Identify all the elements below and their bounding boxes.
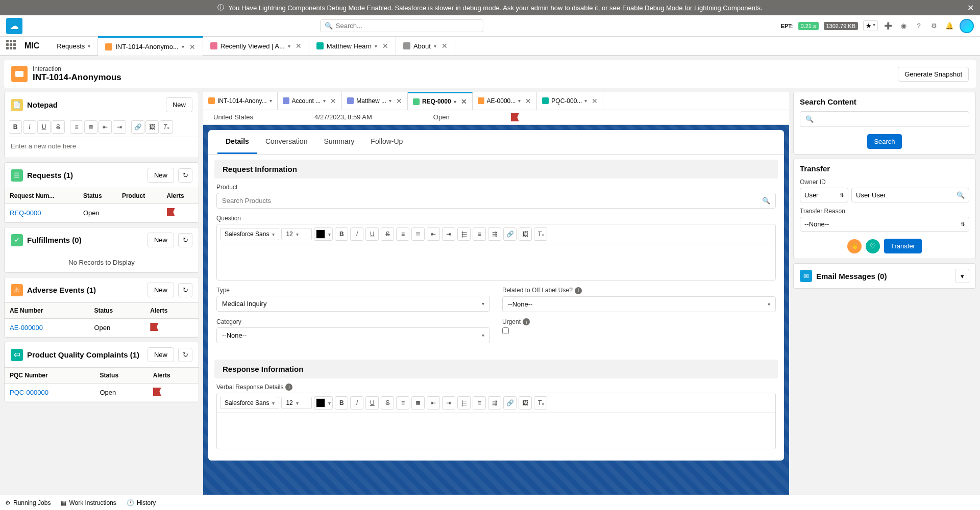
bullet-list-button[interactable]: ≡ — [396, 227, 409, 241]
subtab-account[interactable]: Account ...▾✕ — [278, 92, 342, 110]
subtab-ae[interactable]: AE-0000...▾✕ — [473, 92, 537, 110]
close-icon[interactable]: ✕ — [442, 42, 448, 50]
bold-button[interactable]: B — [335, 227, 348, 241]
salesforce-logo[interactable]: ☁ — [6, 18, 22, 34]
refresh-button[interactable]: ↻ — [178, 233, 192, 247]
verbal-response-textarea[interactable] — [217, 413, 775, 449]
underline-button[interactable]: U — [365, 396, 379, 410]
pqc-link[interactable]: PQC-000000 — [10, 389, 48, 396]
close-icon[interactable]: ✕ — [967, 3, 974, 13]
clear-format-button[interactable]: Tₓ — [534, 227, 547, 241]
outdent-button[interactable]: ⇤ — [427, 227, 440, 241]
underline-button[interactable]: U — [37, 120, 51, 134]
search-button[interactable]: Search — [867, 134, 901, 149]
email-menu-button[interactable]: ▾ — [955, 269, 969, 283]
chevron-down-icon[interactable]: ▾ — [434, 43, 436, 49]
close-icon[interactable]: ✕ — [296, 42, 302, 50]
new-pqc-button[interactable]: New — [148, 347, 174, 362]
align-center-button[interactable]: ≡ — [473, 227, 486, 241]
new-note-button[interactable]: New — [166, 97, 192, 112]
app-launcher-icon[interactable] — [6, 40, 18, 52]
bold-button[interactable]: B — [335, 396, 348, 410]
font-size-select[interactable]: 12▾ — [281, 228, 312, 240]
link-button[interactable]: 🔗 — [131, 120, 144, 134]
strike-button[interactable]: S — [381, 227, 394, 241]
favorites-button[interactable]: ★▾ — [863, 20, 878, 31]
link-button[interactable]: 🔗 — [503, 396, 517, 410]
chevron-down-icon[interactable]: ▾ — [389, 98, 391, 104]
font-family-select[interactable]: Salesforce Sans▾ — [220, 397, 279, 409]
banner-link[interactable]: Enable Debug Mode for Lightning Componen… — [622, 4, 763, 12]
nav-tab-about[interactable]: About ▾ ✕ — [396, 36, 455, 56]
clear-format-button[interactable]: Tₓ — [160, 120, 173, 134]
help-icon[interactable]: i — [523, 318, 530, 325]
new-fulfillment-button[interactable]: New — [148, 233, 174, 247]
col-alerts[interactable]: Alerts — [145, 303, 199, 319]
subtab-pqc[interactable]: PQC-000...▾✕ — [537, 92, 603, 110]
chevron-down-icon[interactable]: ▾ — [375, 43, 377, 49]
product-lookup[interactable]: 🔍 — [216, 193, 776, 209]
owner-type-select[interactable]: User⇅ — [800, 188, 848, 202]
transfer-action-icon-1[interactable]: 👋 — [847, 239, 862, 253]
underline-button[interactable]: U — [365, 227, 379, 241]
col-alerts[interactable]: Alerts — [148, 368, 199, 384]
align-center-button[interactable]: ≡ — [473, 396, 486, 410]
number-list-button[interactable]: ≣ — [411, 396, 425, 410]
owner-lookup[interactable]: User User🔍 — [851, 188, 969, 202]
notifications-button[interactable]: 🔔 — [944, 21, 954, 31]
close-icon[interactable]: ✕ — [382, 42, 388, 50]
italic-button[interactable]: I — [350, 396, 363, 410]
col-product[interactable]: Product — [117, 188, 162, 204]
col-status[interactable]: Status — [78, 188, 117, 204]
close-icon[interactable]: ✕ — [525, 97, 531, 105]
running-jobs-button[interactable]: ⚙Running Jobs — [5, 499, 51, 506]
help-button[interactable]: ? — [914, 21, 924, 31]
search-content-input-wrapper[interactable]: 🔍 — [800, 111, 969, 127]
subtab-request[interactable]: REQ-0000▾✕ — [408, 92, 473, 110]
col-status[interactable]: Status — [89, 303, 145, 319]
tab-followup[interactable]: Follow-Up — [362, 130, 411, 154]
new-request-button[interactable]: New — [148, 168, 174, 183]
col-alerts[interactable]: Alerts — [162, 188, 199, 204]
outdent-button[interactable]: ⇤ — [99, 120, 112, 134]
font-family-select[interactable]: Salesforce Sans▾ — [220, 228, 279, 240]
notepad-editor[interactable]: Enter a new note here — [5, 137, 199, 158]
col-ae-number[interactable]: AE Number — [5, 303, 89, 319]
new-ae-button[interactable]: New — [148, 283, 174, 297]
search-content-input[interactable] — [817, 115, 964, 123]
user-avatar[interactable] — [960, 19, 974, 33]
strike-button[interactable]: S — [381, 396, 394, 410]
number-list-button[interactable]: ≣ — [411, 227, 425, 241]
search-icon[interactable]: 🔍 — [762, 197, 770, 205]
outdent-button[interactable]: ⇤ — [427, 396, 440, 410]
align-right-button[interactable]: ⇶ — [488, 396, 501, 410]
generate-snapshot-button[interactable]: Generate Snapshot — [898, 67, 969, 82]
bullet-list-button[interactable]: ≡ — [70, 120, 83, 134]
chevron-down-icon[interactable]: ▾ — [88, 43, 90, 49]
chevron-down-icon[interactable]: ▾ — [454, 99, 456, 105]
offlabel-select[interactable]: --None--▾ — [502, 296, 776, 312]
urgent-checkbox[interactable] — [502, 327, 509, 334]
strike-button[interactable]: S — [52, 120, 65, 134]
number-list-button[interactable]: ≣ — [84, 120, 97, 134]
close-icon[interactable]: ✕ — [396, 97, 402, 105]
close-icon[interactable]: ✕ — [592, 97, 598, 105]
global-search-input[interactable] — [336, 22, 479, 30]
global-search[interactable]: 🔍 — [320, 19, 483, 32]
transfer-action-icon-2[interactable]: ♡ — [866, 239, 880, 253]
nav-tab-requests[interactable]: Requests ▾ — [50, 36, 98, 56]
subtab-contact[interactable]: Matthew ...▾✕ — [342, 92, 408, 110]
ae-link[interactable]: AE-000000 — [10, 324, 43, 332]
history-button[interactable]: 🕐History — [127, 499, 156, 506]
nav-tab-interaction[interactable]: INT-1014-Anonymo... ▾ ✕ — [98, 36, 203, 56]
refresh-button[interactable]: ↻ — [178, 168, 192, 183]
link-button[interactable]: 🔗 — [503, 227, 517, 241]
chevron-down-icon[interactable]: ▾ — [518, 98, 521, 104]
bold-button[interactable]: B — [9, 120, 22, 134]
close-icon[interactable]: ✕ — [461, 97, 467, 106]
align-right-button[interactable]: ⇶ — [488, 227, 501, 241]
subtab-interaction[interactable]: INT-1014-Anony...▾ — [203, 92, 278, 110]
help-icon[interactable]: i — [285, 384, 292, 391]
chevron-down-icon[interactable]: ▾ — [288, 43, 290, 49]
italic-button[interactable]: I — [23, 120, 36, 134]
